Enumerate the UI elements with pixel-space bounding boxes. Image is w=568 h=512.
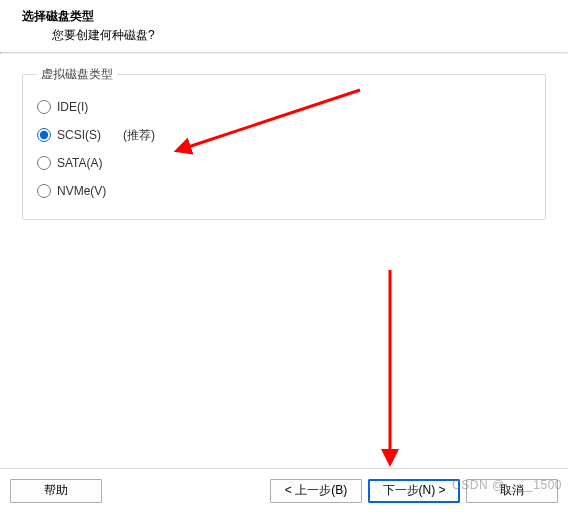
option-nvme[interactable]: NVMe(V)	[35, 177, 533, 205]
page-title: 选择磁盘类型	[22, 8, 568, 25]
content-area: 虚拟磁盘类型 IDE(I) SCSI(S) (推荐) SATA(A) NVMe(…	[0, 54, 568, 220]
radio-scsi[interactable]	[37, 128, 51, 142]
back-button[interactable]: < 上一步(B)	[270, 479, 362, 503]
page-subtitle: 您要创建何种磁盘?	[22, 27, 568, 44]
disk-type-legend: 虚拟磁盘类型	[37, 66, 117, 83]
wizard-header: 选择磁盘类型 您要创建何种磁盘?	[0, 0, 568, 52]
option-scsi[interactable]: SCSI(S) (推荐)	[35, 121, 533, 149]
radio-ide[interactable]	[37, 100, 51, 114]
recommended-tag: (推荐)	[123, 127, 155, 144]
option-sata[interactable]: SATA(A)	[35, 149, 533, 177]
wizard-footer: 帮助 < 上一步(B) 下一步(N) > 取消	[0, 468, 568, 512]
option-ide[interactable]: IDE(I)	[35, 93, 533, 121]
help-button[interactable]: 帮助	[10, 479, 102, 503]
radio-scsi-label[interactable]: SCSI(S)	[57, 128, 101, 142]
radio-sata[interactable]	[37, 156, 51, 170]
cancel-button[interactable]: 取消	[466, 479, 558, 503]
radio-ide-label[interactable]: IDE(I)	[57, 100, 88, 114]
radio-nvme[interactable]	[37, 184, 51, 198]
disk-type-group: 虚拟磁盘类型 IDE(I) SCSI(S) (推荐) SATA(A) NVMe(…	[22, 66, 546, 220]
radio-sata-label[interactable]: SATA(A)	[57, 156, 103, 170]
radio-nvme-label[interactable]: NVMe(V)	[57, 184, 106, 198]
next-button[interactable]: 下一步(N) >	[368, 479, 460, 503]
